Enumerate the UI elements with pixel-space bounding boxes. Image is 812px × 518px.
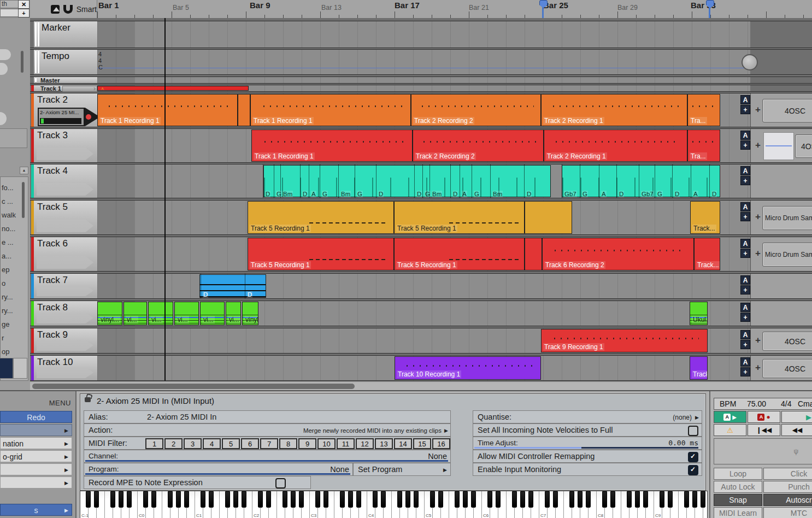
toggle-loop[interactable]: Loop [714,468,762,480]
add-plugin-mini-button[interactable]: + [740,140,750,150]
clip[interactable]: Track 6 Recording 2 [542,238,694,270]
monitor-checkbox[interactable] [688,465,698,475]
black-key[interactable] [545,491,550,508]
menu-item[interactable] [0,476,72,488]
black-key[interactable] [258,491,263,508]
warning-button[interactable]: ⚠ [714,424,746,436]
clip[interactable]: Track 2 Recording 1 [541,94,687,126]
clip[interactable] [525,201,572,234]
browser-list-item[interactable]: walk [2,211,16,219]
channel-value[interactable]: None [428,452,447,461]
track1-header[interactable]: Track 1 [34,85,98,91]
black-key[interactable] [438,491,443,508]
black-key[interactable] [553,491,558,508]
menu-item[interactable] [0,463,72,475]
clip[interactable]: Track 2 Recording 2 [413,130,544,162]
horizontal-scrollbar[interactable] [30,381,812,391]
clip[interactable]: vi... [148,302,173,325]
midi-filter-button-9[interactable]: 9 [298,438,316,449]
program-value[interactable]: None [330,465,349,474]
black-key[interactable] [602,491,607,508]
master-track-header[interactable]: Master [34,77,98,83]
track-header-arrow[interactable] [37,340,93,351]
tempo-lane[interactable]: 44C [97,50,750,74]
program-slider[interactable] [85,473,350,475]
clip[interactable]: Track... [690,356,708,380]
track-header[interactable]: Track 3 [34,129,98,162]
clip[interactable]: Track 2 Recording 2 [411,94,541,126]
time-adjust-slider-left[interactable] [474,447,581,449]
track-header-arrow[interactable] [37,256,93,269]
black-key[interactable] [692,491,697,508]
auto-play-button[interactable]: A ▶ [714,411,746,423]
remap-checkbox[interactable] [688,452,698,462]
timeline-ruler[interactable]: Smart Bar 1Bar 5Bar 9Bar 13Bar 17Bar 21B… [30,0,812,19]
clip[interactable]: Track 9 Recording 1 [541,329,708,352]
track-header[interactable]: Track 7 [34,274,98,298]
black-key[interactable] [455,491,460,508]
toggle-punch[interactable]: Punch [763,481,812,493]
automation-a-button[interactable]: A [740,275,750,285]
black-key[interactable] [356,491,361,508]
add-plugin-icon[interactable]: + [755,211,761,222]
black-key[interactable] [315,491,320,508]
black-key[interactable] [86,491,91,508]
marker-lane[interactable] [97,21,750,48]
midi-filter-button-15[interactable]: 15 [413,438,431,449]
clip[interactable]: vi... [123,302,147,325]
piano-keyboard[interactable]: C-1C0C1C2C3C4C5C6C7C8C9 [80,491,708,518]
black-key[interactable] [291,491,296,508]
pill-shape[interactable] [0,49,11,60]
record-arm-icon[interactable] [86,114,91,120]
plugin-chip[interactable]: Micro Drum Sampler [762,206,812,230]
midi-filter-button-16[interactable]: 16 [432,438,450,449]
track-lane[interactable]: Track 1 Recording 1Track 1 Recording 1Tr… [97,93,750,127]
automation-a-button[interactable]: A [740,303,750,312]
black-key[interactable] [373,491,378,508]
black-key[interactable] [143,491,148,508]
track-header[interactable]: Track 9 [34,328,98,353]
search-box[interactable] [0,128,27,148]
mpe-checkbox[interactable] [275,478,286,488]
clip[interactable]: Tra... [687,94,720,126]
black-key[interactable] [471,491,476,508]
black-key[interactable] [340,491,345,508]
black-key[interactable] [414,491,419,508]
clip[interactable]: vinyl ... [242,302,258,325]
black-key[interactable] [119,491,123,508]
time-adjust-value[interactable]: 0.00 ms [668,439,698,447]
action-value[interactable]: Merge newly recorded MIDI into any exist… [303,427,442,434]
track-lane[interactable]: Track 9 Recording 1 [97,328,750,353]
quantise-row[interactable]: Quantise: (none) ▶ [473,410,702,423]
midi-filter-button-5[interactable]: 5 [222,438,240,449]
black-key[interactable] [586,491,591,508]
track-header-arrow[interactable] [37,313,93,323]
browser-list-item[interactable]: fo... [2,184,14,192]
clip[interactable]: Track 10 Recording 1 [395,356,541,380]
black-key[interactable] [430,491,435,508]
channel-slider[interactable] [85,460,448,462]
track-lane[interactable]: DGBmDAGBmGDDGBmDAGBmDGb7GADGb7GDAD [97,164,750,198]
plugin-chip[interactable]: Micro Drum Sampler [762,243,812,267]
track-header-arrow[interactable] [37,219,93,232]
quantise-value[interactable]: (none) [673,414,692,421]
track-lane[interactable]: Track 5 Recording 1Track 5 Recording 1Tr… [97,201,750,234]
toggle-autoscr[interactable]: Autoscr [763,494,812,506]
track-header-arrow[interactable] [37,183,93,196]
menu-item[interactable]: o-grid [0,450,72,462]
marker-track-header[interactable]: Marker [34,21,98,48]
browser-list-item[interactable]: e ... [2,238,14,246]
toggle-midi-learn[interactable]: MIDI Learn [714,507,762,518]
plugin-chip[interactable]: 4OSC [762,359,812,378]
time-adjust-row[interactable]: Time Adjust: 0.00 ms [473,437,702,450]
black-key[interactable] [127,491,132,508]
black-key[interactable] [684,491,689,508]
black-key[interactable] [348,491,353,508]
add-plugin-mini-button[interactable]: + [740,176,750,185]
tempo-knob[interactable] [742,54,758,70]
program-row[interactable]: Program: None [84,463,353,476]
clip[interactable]: Track 1 Recording 1 [250,94,411,126]
midi-filter-button-10[interactable]: 10 [317,438,336,449]
key-value[interactable]: Cmaj [798,399,812,408]
black-key[interactable] [151,491,156,508]
